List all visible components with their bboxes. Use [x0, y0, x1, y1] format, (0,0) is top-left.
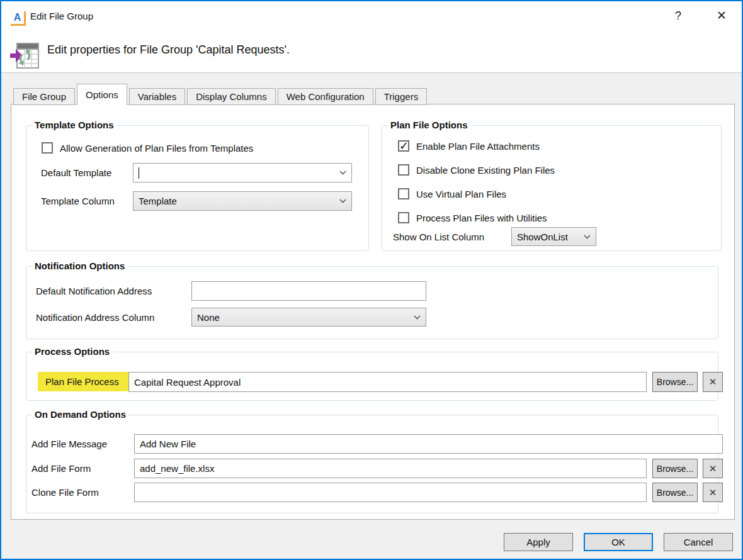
chevron-down-icon — [414, 315, 421, 320]
add-file-form-browse-button[interactable]: Browse... — [652, 459, 698, 478]
add-file-form-label: Add File Form — [31, 459, 91, 478]
app-icon-letter: A — [14, 13, 21, 23]
show-on-list-column-label: Show On List Column — [393, 227, 484, 246]
plan-file-process-browse-button[interactable]: Browse... — [652, 372, 698, 392]
disable-clone-label: Disable Clone Existing Plan Files — [416, 165, 555, 176]
disable-clone-checkbox[interactable] — [398, 164, 409, 176]
ok-button[interactable]: OK — [584, 533, 653, 551]
enable-attachments-checkbox-row[interactable]: Enable Plan File Attachments — [398, 140, 540, 152]
window-title: Edit File Group — [30, 11, 93, 21]
clear-x-icon: ✕ — [709, 463, 717, 474]
allow-generation-label: Allow Generation of Plan Files from Temp… — [60, 143, 253, 154]
show-on-list-column-combobox[interactable]: ShowOnList — [511, 227, 596, 246]
on-demand-options-title: On Demand Options — [32, 409, 128, 420]
enable-attachments-label: Enable Plan File Attachments — [416, 141, 540, 152]
allow-generation-checkbox-row[interactable]: Allow Generation of Plan Files from Temp… — [42, 142, 253, 154]
clear-x-icon: ✕ — [709, 376, 717, 388]
tab-options[interactable]: Options — [77, 84, 127, 105]
help-icon[interactable]: ? — [670, 8, 686, 24]
process-options-group: Process Options Plan File Process Browse… — [26, 352, 718, 401]
allow-generation-checkbox[interactable] — [42, 142, 53, 154]
template-column-combobox[interactable]: Template — [133, 191, 352, 211]
plan-file-options-title: Plan File Options — [388, 120, 470, 130]
tab-web-configuration[interactable]: Web Configuration — [278, 88, 373, 105]
notification-options-title: Notification Options — [32, 260, 127, 271]
add-file-message-label: Add File Message — [31, 434, 107, 454]
clone-file-form-label: Clone File Form — [31, 483, 99, 502]
chevron-down-icon — [339, 199, 346, 203]
template-column-label: Template Column — [41, 191, 115, 211]
add-file-form-input[interactable] — [134, 459, 647, 478]
virtual-plan-files-checkbox[interactable] — [398, 188, 409, 199]
plan-file-process-input[interactable] — [128, 372, 647, 392]
template-column-value: Template — [139, 196, 177, 206]
disable-clone-checkbox-row[interactable]: Disable Clone Existing Plan Files — [398, 164, 555, 176]
process-with-utilities-checkbox-row[interactable]: Process Plan Files with Utilities — [398, 212, 547, 223]
titlebar: A Edit File Group ? ✕ — [1, 1, 742, 26]
notification-options-group: Notification Options Default Notificatio… — [26, 266, 718, 339]
text-caret — [139, 167, 139, 179]
dialog-description: Edit properties for File Group 'Capital … — [47, 26, 290, 73]
options-tab-panel: Template Options Allow Generation of Pla… — [11, 104, 735, 520]
process-with-utilities-label: Process Plan Files with Utilities — [416, 213, 547, 223]
template-options-group: Template Options Allow Generation of Pla… — [26, 125, 369, 251]
default-notification-address-input[interactable] — [191, 281, 426, 301]
apply-button[interactable]: Apply — [504, 533, 573, 551]
tab-file-group[interactable]: File Group — [13, 88, 75, 105]
default-template-label: Default Template — [41, 163, 111, 182]
default-template-combobox[interactable] — [133, 163, 352, 182]
tab-variables[interactable]: Variables — [129, 88, 185, 105]
app-icon: A — [11, 11, 26, 26]
clone-file-form-clear-button[interactable]: ✕ — [703, 483, 723, 502]
plan-file-process-clear-button[interactable]: ✕ — [703, 372, 723, 392]
enable-attachments-checkbox[interactable] — [398, 140, 409, 152]
tab-display-columns[interactable]: Display Columns — [187, 88, 276, 105]
template-options-title: Template Options — [32, 120, 116, 130]
process-with-utilities-checkbox[interactable] — [398, 212, 409, 223]
chevron-down-icon — [339, 171, 346, 175]
chevron-down-icon — [584, 235, 591, 239]
tab-triggers[interactable]: Triggers — [375, 88, 427, 105]
clone-file-form-input[interactable] — [134, 483, 647, 502]
process-options-title: Process Options — [32, 346, 112, 357]
show-on-list-column-value: ShowOnList — [517, 232, 568, 242]
add-file-message-input[interactable] — [134, 434, 723, 454]
default-notification-address-label: Default Notification Address — [36, 281, 152, 301]
on-demand-options-group: On Demand Options Add File Message Add F… — [26, 415, 718, 513]
dialog-header: Edit properties for File Group 'Capital … — [1, 26, 742, 73]
virtual-plan-files-checkbox-row[interactable]: Use Virtual Plan Files — [398, 188, 506, 199]
edit-file-group-dialog: A Edit File Group ? ✕ Edit properties fo… — [0, 0, 743, 560]
notification-address-column-label: Notification Address Column — [36, 308, 154, 327]
notification-address-column-combobox[interactable]: None — [191, 308, 426, 327]
close-icon[interactable]: ✕ — [712, 6, 732, 24]
clear-x-icon: ✕ — [709, 487, 717, 498]
tab-strip: File Group Options Variables Display Col… — [13, 84, 429, 105]
virtual-plan-files-label: Use Virtual Plan Files — [416, 189, 506, 199]
file-group-sync-icon — [9, 40, 40, 69]
notification-address-column-value: None — [197, 312, 220, 323]
plan-file-options-group: Plan File Options Enable Plan File Attac… — [382, 125, 722, 251]
cancel-button[interactable]: Cancel — [664, 533, 733, 551]
clone-file-form-browse-button[interactable]: Browse... — [652, 483, 698, 502]
add-file-form-clear-button[interactable]: ✕ — [703, 459, 723, 478]
plan-file-process-label: Plan File Process — [38, 372, 128, 391]
